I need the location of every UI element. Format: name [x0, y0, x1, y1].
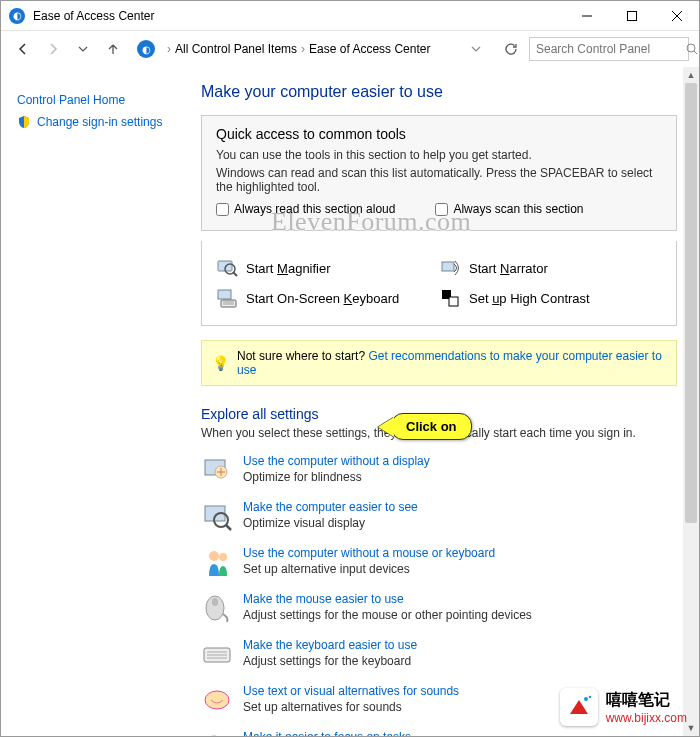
logo-icon [560, 688, 598, 726]
tool-label: Start Narrator [469, 261, 548, 276]
setting-link[interactable]: Make it easier to focus on tasks [243, 730, 411, 736]
magnifier-icon [216, 257, 238, 279]
quick-access-panel: Quick access to common tools You can use… [201, 115, 677, 231]
app-icon: ◐ [9, 8, 25, 24]
tool-label: Set up High Contrast [469, 291, 590, 306]
logo-text-cn: 嘻嘻笔记 [606, 690, 687, 711]
panel-title: Quick access to common tools [216, 126, 662, 142]
callout-text: Click on [406, 419, 457, 434]
setting-link[interactable]: Make the computer easier to see [243, 500, 418, 514]
svg-point-4 [687, 44, 695, 52]
lightbulb-icon: 💡 [212, 355, 229, 371]
corner-logo: 嘻嘻笔记 www.bijixx.com [560, 688, 687, 726]
content-area: Make your computer easier to use Quick a… [191, 67, 699, 736]
svg-point-36 [588, 696, 590, 698]
forward-button[interactable] [41, 37, 65, 61]
setting-link[interactable]: Make the keyboard easier to use [243, 638, 417, 652]
refresh-button[interactable] [499, 37, 523, 61]
start-osk-tool[interactable]: Start On-Screen Keyboard [216, 283, 439, 313]
svg-rect-24 [212, 598, 218, 606]
scrollbar-thumb[interactable] [685, 83, 697, 523]
setting-desc: Adjust settings for the mouse or other p… [243, 608, 532, 622]
setting-item: Make the mouse easier to useAdjust setti… [201, 592, 677, 624]
control-panel-home-link[interactable]: Control Panel Home [17, 93, 181, 107]
recent-dropdown[interactable] [71, 37, 95, 61]
sidebar: Control Panel Home Change sign-in settin… [1, 67, 191, 736]
setting-link[interactable]: Use the computer without a display [243, 454, 430, 468]
search-box[interactable] [529, 37, 689, 61]
setting-link[interactable]: Make the mouse easier to use [243, 592, 404, 606]
start-magnifier-tool[interactable]: Start Magnifier [216, 253, 439, 283]
info-bar: 💡 Not sure where to start? Get recommend… [201, 340, 677, 386]
setting-icon [201, 592, 233, 624]
svg-point-29 [205, 691, 229, 709]
scroll-up-button[interactable]: ▲ [683, 67, 699, 83]
setting-item: Make the computer easier to seeOptimize … [201, 500, 677, 532]
contrast-icon [439, 287, 461, 309]
svg-point-30 [209, 735, 219, 736]
setting-icon [201, 500, 233, 532]
chevron-right-icon: › [167, 42, 171, 56]
svg-point-22 [219, 553, 227, 561]
nav-bar: ◐ › All Control Panel Items › Ease of Ac… [1, 31, 699, 67]
change-signin-settings-link[interactable]: Change sign-in settings [17, 115, 181, 129]
close-button[interactable] [654, 1, 699, 31]
setting-desc: Optimize for blindness [243, 470, 430, 484]
breadcrumb-item[interactable]: All Control Panel Items [175, 42, 297, 56]
sidebar-item-label: Change sign-in settings [37, 115, 162, 129]
callout-annotation: Click on [391, 413, 472, 440]
setting-icon [201, 684, 233, 716]
setting-icon [201, 638, 233, 670]
info-text: Not sure where to start? Get recommendat… [237, 349, 666, 377]
checkbox-input[interactable] [216, 203, 229, 216]
panel-text: You can use the tools in this section to… [216, 148, 662, 162]
setting-icon [201, 730, 233, 736]
narrator-icon [439, 257, 461, 279]
panel-text: Windows can read and scan this list auto… [216, 166, 662, 194]
logo-url: www.bijixx.com [606, 711, 687, 725]
checkbox-label: Always read this section aloud [234, 202, 395, 216]
svg-line-8 [233, 272, 237, 276]
setting-desc: Adjust settings for the keyboard [243, 654, 417, 668]
tool-label: Start Magnifier [246, 261, 331, 276]
setting-icon [201, 454, 233, 486]
svg-rect-15 [449, 297, 458, 306]
breadcrumb-item[interactable]: Ease of Access Center [309, 42, 430, 56]
vertical-scrollbar[interactable]: ▲ ▼ [683, 67, 699, 736]
minimize-button[interactable] [564, 1, 609, 31]
breadcrumb[interactable]: › All Control Panel Items › Ease of Acce… [161, 37, 493, 61]
window-title: Ease of Access Center [33, 9, 564, 23]
search-input[interactable] [536, 42, 686, 56]
keyboard-icon [216, 287, 238, 309]
setting-link[interactable]: Use the computer without a mouse or keyb… [243, 546, 495, 560]
setting-item: Use the computer without a mouse or keyb… [201, 546, 677, 578]
setting-link[interactable]: Use text or visual alternatives for soun… [243, 684, 459, 698]
setting-item: Use the computer without a displayOptimi… [201, 454, 677, 486]
svg-point-35 [584, 697, 588, 701]
setting-desc: Set up alternatives for sounds [243, 700, 459, 714]
tool-label: Start On-Screen Keyboard [246, 291, 399, 306]
address-icon: ◐ [137, 40, 155, 58]
up-button[interactable] [101, 37, 125, 61]
breadcrumb-dropdown[interactable] [471, 44, 481, 54]
page-heading: Make your computer easier to use [201, 83, 677, 101]
svg-rect-9 [442, 262, 454, 271]
shield-icon [17, 115, 31, 129]
setting-desc: Optimize visual display [243, 516, 418, 530]
setting-desc: Set up alternative input devices [243, 562, 495, 576]
chevron-right-icon: › [301, 42, 305, 56]
checkbox-input[interactable] [435, 203, 448, 216]
title-bar: ◐ Ease of Access Center [1, 1, 699, 31]
always-read-aloud-checkbox[interactable]: Always read this section aloud [216, 202, 395, 216]
always-scan-checkbox[interactable]: Always scan this section [435, 202, 583, 216]
high-contrast-tool[interactable]: Set up High Contrast [439, 283, 662, 313]
svg-rect-1 [627, 11, 636, 20]
start-narrator-tool[interactable]: Start Narrator [439, 253, 662, 283]
back-button[interactable] [11, 37, 35, 61]
setting-item: Make the keyboard easier to useAdjust se… [201, 638, 677, 670]
checkbox-label: Always scan this section [453, 202, 583, 216]
setting-item: Make it easier to focus on tasksAdjust s… [201, 730, 677, 736]
search-icon[interactable] [686, 43, 698, 55]
tools-grid: Start Magnifier Start Narrator Start On-… [201, 241, 677, 326]
maximize-button[interactable] [609, 1, 654, 31]
